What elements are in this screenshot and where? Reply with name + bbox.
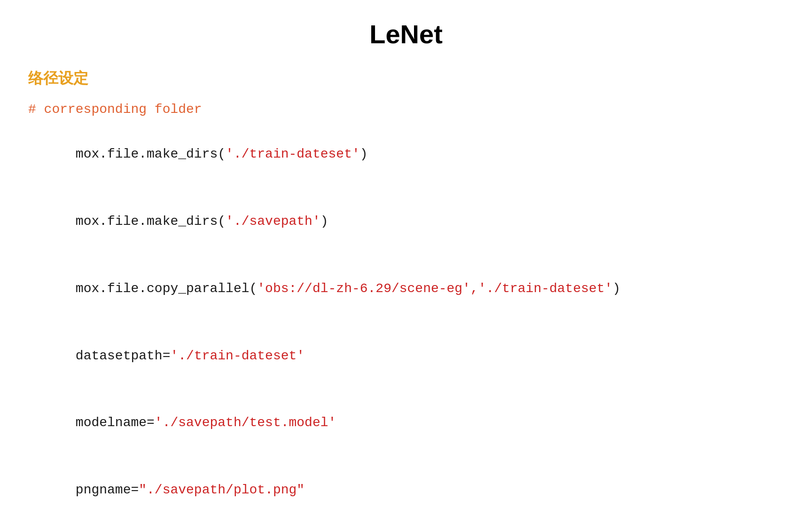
code-string-2: './savepath' [226, 214, 320, 229]
code-line-6: pngname="./savepath/plot.png" [28, 457, 784, 508]
code-plain-2b: ) [320, 214, 328, 229]
code-comment: # corresponding folder [28, 98, 784, 121]
code-plain-1a: mox.file.make_dirs( [76, 147, 226, 161]
code-block-section1: # corresponding folder mox.file.make_dir… [28, 98, 784, 508]
code-string-4: './train-dateset' [170, 349, 304, 363]
code-line-5: modelname='./savepath/test.model' [28, 389, 784, 457]
code-plain-2a: mox.file.make_dirs( [76, 214, 226, 229]
section1-heading: 络径设定 [28, 68, 784, 89]
code-line-4: datasetpath='./train-dateset' [28, 322, 784, 389]
code-plain-6a: pngname= [76, 483, 139, 497]
code-line-1: mox.file.make_dirs('./train-dateset') [28, 121, 784, 188]
page-title: LeNet [28, 19, 784, 49]
code-string-3: 'obs://dl-zh-6.29/scene-eg','./train-dat… [257, 281, 612, 296]
code-string-6: "./savepath/plot.png" [139, 483, 304, 497]
code-string-5: './savepath/test.model' [155, 415, 336, 430]
code-line-3: mox.file.copy_parallel('obs://dl-zh-6.29… [28, 255, 784, 322]
code-line-2: mox.file.make_dirs('./savepath') [28, 188, 784, 255]
code-plain-1b: ) [360, 147, 368, 161]
code-plain-4a: datasetpath= [76, 349, 171, 363]
code-plain-5a: modelname= [76, 415, 155, 430]
page-container: LeNet 络径设定 # corresponding folder mox.fi… [0, 0, 812, 508]
code-plain-3a: mox.file.copy_parallel( [76, 281, 257, 296]
code-plain-3b: ) [612, 281, 620, 296]
code-string-1: './train-dateset' [226, 147, 360, 161]
